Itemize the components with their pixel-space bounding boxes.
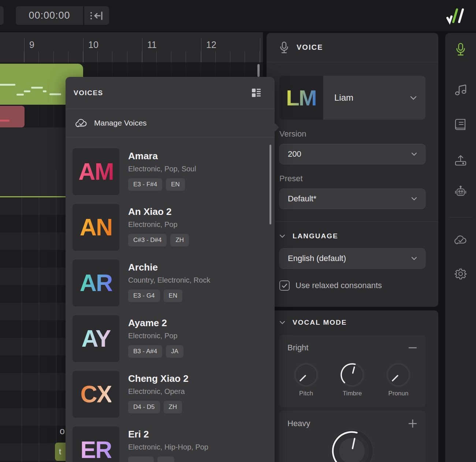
voice-name: Archie — [128, 262, 210, 273]
selected-voice-name: Liam — [323, 93, 410, 103]
return-to-start-button[interactable] — [84, 6, 109, 25]
voice-genres: Electronic, Hip-Hop, Pop — [128, 443, 208, 451]
voice-lang-badge: EN — [166, 178, 185, 191]
voice-range-badge: E3 - F#4 — [128, 178, 162, 191]
knob-label: Pitch — [299, 390, 313, 397]
preset-value: Default* — [288, 194, 316, 204]
cloud-sync-button[interactable] — [453, 232, 468, 247]
voice-name: Cheng Xiao 2 — [128, 373, 189, 384]
checkbox-checked[interactable] — [279, 280, 290, 291]
timbre-knob[interactable]: Timbre — [339, 361, 366, 397]
cloud-check-icon — [75, 118, 88, 128]
vocal-clip-red[interactable] — [0, 106, 25, 127]
vocal-mode-bright: Bright Pitch Timbre — [279, 335, 425, 407]
language-section-title: LANGUAGE — [293, 232, 338, 240]
measure-line — [24, 38, 25, 62]
bright-label: Bright — [287, 343, 308, 353]
relaxed-consonants-row[interactable]: Use relaxed consonants — [279, 280, 438, 291]
voice-list-item[interactable]: AN An Xiao 2 Electronic, Pop C#3 - D#4 Z… — [72, 204, 275, 251]
voices-popup-header: VOICES — [66, 77, 275, 109]
voice-range-badge: E3 - G4 — [128, 290, 160, 302]
voice-avatar: AM — [72, 148, 119, 195]
notes-tab-button[interactable] — [453, 82, 468, 97]
heavy-knob[interactable] — [329, 428, 375, 462]
voice-name: Eri 2 — [128, 429, 208, 440]
measure-line — [83, 38, 83, 62]
dictionary-tab-button[interactable] — [453, 117, 468, 132]
language-select[interactable]: English (default) — [279, 248, 425, 269]
version-label: Version — [279, 129, 438, 139]
chevron-down-icon — [411, 197, 417, 201]
timeline-ruler[interactable]: 9 10 11 12 — [0, 32, 263, 62]
list-view-icon[interactable] — [251, 88, 261, 98]
vocal-mode-panel: VOCAL MODE Bright Pitch Timbre — [267, 310, 438, 462]
manage-voices-label: Manage Voices — [94, 119, 147, 127]
preset-select[interactable]: Default* — [279, 189, 425, 209]
voice-genres: Electronic, Pop — [128, 220, 189, 229]
voice-list-item[interactable]: AY Ayame 2 Electronic, Pop B3 - A#4 JA — [72, 315, 275, 362]
expand-plus-icon[interactable] — [408, 419, 417, 428]
voice-range-badge: C#3 - D#4 — [128, 234, 167, 246]
manage-voices-row[interactable]: Manage Voices — [66, 109, 275, 137]
voice-range-badge: D4 - D5 — [128, 401, 160, 413]
toolbar-button-partial[interactable] — [0, 6, 4, 25]
vertical-scrollbar[interactable] — [257, 64, 260, 77]
measure-line — [142, 38, 142, 62]
ai-assistant-tab-button[interactable] — [453, 184, 468, 199]
pitch-knob[interactable]: Pitch — [293, 361, 320, 397]
voice-list-item[interactable]: AM Amara Electronic, Pop, Soul E3 - F#4 … — [72, 148, 275, 195]
note-lyric[interactable]: o — [60, 426, 65, 436]
app-logo — [444, 7, 468, 25]
voice-range-badge — [128, 457, 154, 462]
voice-avatar: CX — [72, 371, 119, 418]
preset-label: Preset — [279, 174, 438, 183]
voice-name: An Xiao 2 — [128, 206, 189, 217]
voice-lang-badge: EN — [164, 290, 183, 302]
voices-list: AM Amara Electronic, Pop, Soul E3 - F#4 … — [66, 137, 275, 462]
voice-tab-button[interactable] — [453, 42, 468, 57]
measure-number: 11 — [147, 40, 157, 50]
voice-genres: Electronic, Pop, Soul — [128, 165, 196, 173]
collapse-minus-icon[interactable] — [408, 343, 417, 353]
voice-panel: VOICE LM Liam Version 200 Preset Default… — [267, 33, 438, 307]
voice-lang-badge — [157, 457, 174, 462]
ruler-ticks — [0, 51, 263, 62]
voices-popup: VOICES Manage Voices AM — [66, 77, 275, 462]
voice-name: Amara — [128, 150, 196, 162]
version-select[interactable]: 200 — [279, 144, 425, 164]
voice-lang-badge: ZH — [164, 401, 182, 413]
timecode-display[interactable]: 00:00:00 — [16, 6, 83, 25]
voice-avatar: ER — [72, 426, 119, 462]
voice-range-badge: B3 - A#4 — [128, 345, 162, 358]
midi-note[interactable]: t — [55, 443, 67, 461]
voices-list-scrollbar[interactable] — [269, 145, 271, 224]
settings-button[interactable] — [453, 267, 468, 281]
microphone-icon — [456, 42, 465, 56]
voice-avatar: AN — [72, 204, 119, 251]
divider — [267, 221, 438, 222]
dictionary-icon — [454, 118, 467, 131]
voice-list-item[interactable]: ER Eri 2 Electronic, Hip-Hop, Pop — [72, 426, 275, 462]
version-value: 200 — [288, 149, 301, 159]
export-icon — [454, 154, 467, 167]
vocal-mode-heavy: Heavy — [279, 411, 425, 462]
return-to-start-icon — [89, 10, 105, 21]
microphone-icon — [280, 41, 289, 54]
language-value: English (default) — [288, 254, 346, 263]
export-tab-button[interactable] — [453, 153, 468, 168]
voice-selector[interactable]: LM Liam — [279, 76, 425, 120]
chevron-down-icon — [279, 321, 285, 324]
chevron-down-icon — [410, 96, 417, 100]
voice-list-item[interactable]: AR Archie Country, Electronic, Rock E3 -… — [72, 260, 275, 306]
measure-line — [201, 38, 201, 62]
heavy-label: Heavy — [287, 419, 310, 428]
language-section-header[interactable]: LANGUAGE — [279, 232, 438, 240]
voice-name: Ayame 2 — [128, 317, 183, 329]
knob-label: Pronun — [388, 390, 409, 397]
pronun-knob[interactable]: Pronun — [385, 361, 412, 397]
knob-label: Timbre — [343, 390, 362, 397]
voice-list-item[interactable]: CX Cheng Xiao 2 Electronic, Opera D4 - D… — [72, 371, 275, 418]
chevron-down-icon — [411, 257, 417, 260]
vocal-mode-header[interactable]: VOCAL MODE — [279, 318, 347, 327]
music-note-icon — [454, 83, 467, 96]
